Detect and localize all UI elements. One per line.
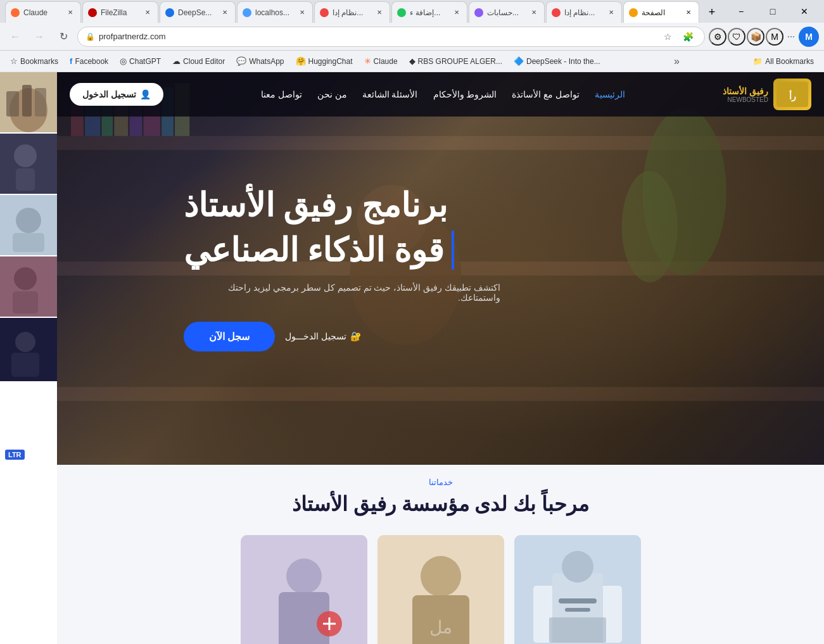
tab-filezilla-close[interactable]: ✕ [143,8,153,18]
tab-nizamida2[interactable]: نظام إدا... ✕ [546,1,622,23]
tab-nizamida1-label: نظام إدا... [333,8,371,17]
nav-conditions[interactable]: الشروط والأحكام [433,89,497,99]
logo-sub-text: NEWBOSTED [723,96,768,103]
tab-filezilla[interactable]: FileZilla ✕ [82,1,158,23]
svg-point-12 [14,267,37,290]
refresh-button[interactable]: ↻ [53,27,73,47]
nav-home[interactable]: الرئيسية [595,89,625,99]
accounts-favicon [474,8,483,17]
site-navbar: رأ رفيق الأستاذ NEWBOSTED الرئيسية تواصل… [57,72,824,117]
more-icon[interactable]: ⋯ [787,32,795,41]
bm-claude-label: Claude [374,57,398,66]
bm-facebook-label: Facebook [75,57,108,66]
nav-contact-professors[interactable]: تواصل مع الأساتذة [512,89,580,99]
svg-point-6 [14,144,37,167]
login-nav-label: تسجيل الدخول [82,89,136,99]
rbs-icon: ◆ [409,56,415,66]
tab-nizamida2-close[interactable]: ✕ [606,8,616,18]
bm-huggingchat[interactable]: 🤗 HuggingChat [291,54,358,68]
tab-idafa[interactable]: إضافة ء... ✕ [391,1,467,23]
bm-chatgpt[interactable]: ◎ ChatGPT [115,54,166,68]
thumb-4[interactable] [0,256,57,317]
url-bar[interactable]: 🔒 profpartnerdz.com ☆ 🧩 [77,27,705,47]
thumb-3[interactable] [0,195,57,255]
tab-active-page[interactable]: الصفحة ✕ [623,1,699,23]
bm-cloud-label: Cloud Editor [183,57,225,66]
service-card-1[interactable] [514,535,641,644]
thumb-1-img [0,72,57,132]
hero-title-line1: برنامج رفيق الأستاذ [184,186,447,225]
bm-huggingchat-label: HuggingChat [308,57,353,66]
extension-puzzle-button[interactable]: 🧩 [679,28,697,46]
service-card-2[interactable]: مل [377,535,504,644]
nizamida1-favicon [320,8,329,17]
thumb-5-img: LTR [0,318,57,381]
svg-point-9 [16,208,41,233]
title-bar: Claude ✕ FileZilla ✕ DeepSe... ✕ localho… [0,0,824,23]
tab-localhost-label: localhos... [255,8,293,17]
tab-claude-close[interactable]: ✕ [65,8,75,18]
bm-facebook[interactable]: f Facebook [65,54,113,68]
bookmarks-label: Bookmarks [20,57,58,66]
bookmarks-more-chevron[interactable]: » [669,53,685,70]
svg-rect-2 [6,91,19,117]
tab-active-page-close[interactable]: ✕ [683,8,694,18]
ext-btn-3[interactable]: 📦 [747,28,764,46]
bm-deepseek[interactable]: 🔷 DeepSeek - Into the... [509,54,605,68]
hero-description: اكتشف تطبيقك رفيق الأستاذ، حيث تم تصميم … [184,282,500,303]
ext-btn-4[interactable]: M [766,28,783,46]
bm-claude-icon: ✳ [364,56,371,66]
bm-whatsapp[interactable]: 💬 WhatsApp [231,54,289,68]
thumb-1[interactable] [0,72,57,132]
hero-buttons: 🔐 تسجيل الدخـــول سجل الآن [184,322,361,351]
user-icon: 👤 [140,89,151,99]
tab-localhost-close[interactable]: ✕ [297,8,307,18]
profile-button[interactable]: M [799,27,819,47]
bm-claude[interactable]: ✳ Claude [359,54,403,68]
bm-chatgpt-label: ChatGPT [129,57,161,66]
nav-about[interactable]: من نحن [317,89,347,99]
tab-accounts-close[interactable]: ✕ [529,8,539,18]
nav-faq[interactable]: الأسئلة الشائعة [362,89,418,99]
tab-claude-label: Claude [23,8,61,17]
back-button[interactable]: ← [5,27,25,47]
minimize-button[interactable]: − [726,2,756,21]
thumb-4-img [0,256,57,317]
tab-claude[interactable]: Claude ✕ [5,1,81,23]
browser-frame: Claude ✕ FileZilla ✕ DeepSe... ✕ localho… [0,0,824,644]
tab-nizamida2-label: نظام إدا... [564,8,602,17]
service-card-3[interactable] [241,535,367,644]
tab-accounts[interactable]: حسابات... ✕ [469,1,545,23]
tab-deepseek[interactable]: DeepSe... ✕ [160,1,236,23]
close-button[interactable]: ✕ [790,2,819,21]
claude-favicon [11,8,20,17]
thumb-5[interactable]: LTR [0,318,57,381]
forward-button[interactable]: → [29,27,49,47]
hero-register-button[interactable]: سجل الآن [184,322,275,351]
thumb-2[interactable] [0,134,57,194]
tab-idafa-close[interactable]: ✕ [452,8,462,18]
url-display: profpartnerdz.com [99,32,655,41]
bookmarks-folder-item[interactable]: ☆ Bookmarks [5,54,63,68]
cloud-icon: ☁ [172,56,181,66]
tab-nizamida1-close[interactable]: ✕ [374,8,384,18]
tab-deepseek-close[interactable]: ✕ [220,8,230,18]
new-tab-button[interactable]: + [703,3,721,21]
hero-login-label: تسجيل الدخـــول [285,331,346,341]
tab-localhost[interactable]: localhos... ✕ [237,1,313,23]
all-bookmarks-item[interactable]: 📁 All Bookmarks [748,54,819,68]
bookmarks-star-icon: ☆ [10,56,18,66]
maximize-button[interactable]: □ [758,2,787,21]
bookmark-star-button[interactable]: ☆ [659,28,676,46]
login-nav-button[interactable]: 👤 تسجيل الدخول [70,83,163,106]
bm-cloud-editor[interactable]: ☁ Cloud Editor [167,54,230,68]
ext-btn-2[interactable]: 🛡 [728,28,745,46]
deepseek-favicon [165,8,174,17]
window-controls: − □ ✕ [726,2,819,21]
ext-btn-1[interactable]: ⚙ [709,28,726,46]
tab-nizamida1[interactable]: نظام إدا... ✕ [314,1,390,23]
hero-login-link[interactable]: 🔐 تسجيل الدخـــول [285,331,361,341]
nav-contact-us[interactable]: تواصل معنا [261,89,302,99]
bm-rbs[interactable]: ◆ RBS GROUPE ALGER... [404,54,507,68]
tab-active-page-label: الصفحة [642,8,680,17]
